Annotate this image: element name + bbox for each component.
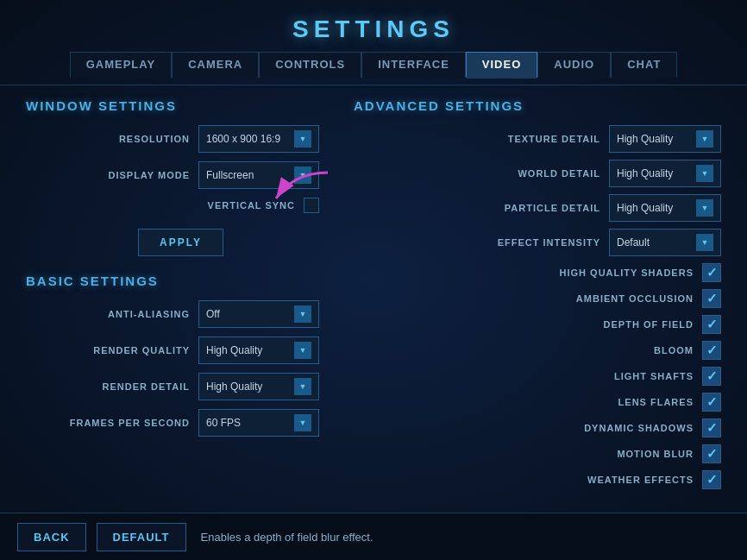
adv-checkbox-6[interactable] — [702, 418, 721, 437]
adv-checkbox-7[interactable] — [702, 444, 721, 463]
particle-detail-dropdown[interactable]: High Quality — [609, 194, 721, 222]
particle-detail-arrow-icon — [696, 199, 713, 217]
tab-audio[interactable]: AUDIO — [537, 52, 611, 78]
tab-interface[interactable]: INTERFACE — [361, 52, 466, 78]
tab-camera[interactable]: CAMERA — [172, 52, 259, 78]
anti-aliasing-dropdown[interactable]: Off — [198, 300, 319, 328]
back-button[interactable]: BACK — [17, 523, 86, 551]
render-detail-value: High Quality — [206, 381, 290, 393]
display-mode-row: DISPLAY MODE Fullscreen — [26, 161, 319, 189]
world-detail-dropdown[interactable]: High Quality — [609, 160, 721, 187]
adv-checkbox-row-4: LIGHT SHAFTS — [354, 367, 721, 386]
display-mode-value: Fullscreen — [206, 169, 290, 181]
tab-video[interactable]: VIDEO — [466, 52, 537, 78]
texture-detail-value: High Quality — [617, 133, 692, 145]
adv-checkbox-row-3: BLOOM — [354, 341, 721, 360]
adv-checkbox-row-7: MOTION BLUR — [354, 444, 721, 463]
apply-button[interactable]: APPLY — [138, 229, 223, 256]
effect-intensity-arrow-icon — [696, 234, 713, 251]
adv-checkbox-label-7: MOTION BLUR — [564, 449, 694, 459]
particle-detail-row: PARTICLE DETAIL High Quality — [354, 194, 721, 222]
render-detail-label: RENDER DETAIL — [86, 381, 190, 392]
page-title: SETTINGS — [0, 0, 747, 52]
effect-intensity-value: Default — [617, 236, 692, 249]
render-quality-dropdown[interactable]: High Quality — [198, 337, 319, 364]
display-mode-arrow-icon — [294, 167, 311, 184]
effect-intensity-row: EFFECT INTENSITY Default — [354, 229, 721, 256]
vertical-sync-checkbox[interactable] — [304, 198, 319, 213]
adv-checkbox-row-8: WEATHER EFFECTS — [354, 470, 721, 489]
resolution-label: RESOLUTION — [86, 134, 190, 144]
bottom-bar: BACK DEFAULT Enables a depth of field bl… — [0, 513, 747, 560]
adv-checkbox-0[interactable] — [702, 263, 721, 282]
tab-bar: GAMEPLAY CAMERA CONTROLS INTERFACE VIDEO… — [0, 52, 747, 85]
render-quality-label: RENDER QUALITY — [86, 345, 190, 356]
anti-aliasing-row: ANTI-ALIASING Off — [26, 300, 319, 328]
adv-checkbox-label-3: BLOOM — [564, 345, 694, 356]
world-detail-arrow-icon — [696, 165, 713, 182]
vertical-sync-row: VERTICAL SYNC — [26, 198, 319, 213]
adv-checkbox-label-1: AMBIENT OCCLUSION — [564, 293, 694, 304]
adv-checkbox-row-5: LENS FLARES — [354, 393, 721, 412]
tab-chat[interactable]: CHAT — [611, 52, 677, 78]
adv-checkbox-label-0: HIGH QUALITY SHADERS — [560, 267, 694, 278]
advanced-settings-header: ADVANCED SETTINGS — [354, 98, 721, 113]
adv-checkbox-1[interactable] — [702, 289, 721, 308]
basic-settings-header: BASIC SETTINGS — [26, 274, 319, 288]
display-mode-label: DISPLAY MODE — [86, 170, 190, 180]
texture-detail-arrow-icon — [696, 130, 713, 148]
world-detail-row: WORLD DETAIL High Quality — [354, 160, 721, 187]
render-detail-dropdown[interactable]: High Quality — [198, 373, 319, 400]
adv-checkbox-label-4: LIGHT SHAFTS — [564, 371, 694, 381]
render-quality-arrow-icon — [294, 342, 311, 359]
anti-aliasing-label: ANTI-ALIASING — [86, 309, 190, 319]
resolution-row: RESOLUTION 1600 x 900 16:9 — [26, 125, 319, 153]
adv-checkbox-2[interactable] — [702, 315, 721, 334]
adv-checkbox-row-6: DYNAMIC SHADOWS — [354, 418, 721, 437]
fps-label: FRAMES PER SECOND — [70, 418, 190, 428]
adv-checkbox-row-2: DEPTH OF FIELD — [354, 315, 721, 334]
world-detail-value: High Quality — [617, 167, 692, 179]
window-settings-header: WINDOW SETTINGS — [26, 98, 319, 113]
fps-row: FRAMES PER SECOND 60 FPS — [26, 409, 319, 437]
vertical-sync-label: VERTICAL SYNC — [191, 200, 295, 211]
resolution-arrow-icon — [294, 130, 311, 148]
adv-checkbox-row-1: AMBIENT OCCLUSION — [354, 289, 721, 308]
render-detail-row: RENDER DETAIL High Quality — [26, 373, 319, 400]
adv-checkbox-label-6: DYNAMIC SHADOWS — [564, 423, 694, 433]
anti-aliasing-value: Off — [206, 308, 290, 320]
effect-intensity-dropdown[interactable]: Default — [609, 229, 721, 256]
adv-checkbox-label-5: LENS FLARES — [564, 397, 694, 407]
tab-controls[interactable]: CONTROLS — [259, 52, 361, 78]
effect-intensity-label: EFFECT INTENSITY — [471, 237, 600, 248]
adv-checkbox-3[interactable] — [702, 341, 721, 360]
display-mode-dropdown[interactable]: Fullscreen — [198, 161, 319, 189]
default-button[interactable]: DEFAULT — [97, 523, 186, 551]
adv-checkbox-row-0: HIGH QUALITY SHADERS — [354, 263, 721, 282]
render-detail-arrow-icon — [294, 378, 311, 395]
anti-aliasing-arrow-icon — [294, 305, 311, 323]
world-detail-label: WORLD DETAIL — [471, 168, 600, 179]
render-quality-value: High Quality — [206, 344, 290, 356]
render-quality-row: RENDER QUALITY High Quality — [26, 337, 319, 364]
adv-checkbox-label-8: WEATHER EFFECTS — [564, 475, 694, 485]
hint-text: Enables a depth of field blur effect. — [201, 531, 374, 544]
fps-dropdown[interactable]: 60 FPS — [198, 409, 319, 437]
particle-detail-label: PARTICLE DETAIL — [471, 203, 600, 213]
texture-detail-label: TEXTURE DETAIL — [471, 134, 600, 144]
tab-gameplay[interactable]: GAMEPLAY — [70, 52, 172, 78]
particle-detail-value: High Quality — [617, 202, 692, 214]
adv-checkbox-5[interactable] — [702, 393, 721, 412]
texture-detail-dropdown[interactable]: High Quality — [609, 125, 721, 153]
texture-detail-row: TEXTURE DETAIL High Quality — [354, 125, 721, 153]
resolution-value: 1600 x 900 16:9 — [206, 133, 290, 145]
fps-value: 60 FPS — [206, 417, 290, 429]
adv-checkbox-4[interactable] — [702, 367, 721, 386]
fps-arrow-icon — [294, 414, 311, 431]
adv-checkbox-label-2: DEPTH OF FIELD — [564, 319, 694, 330]
resolution-dropdown[interactable]: 1600 x 900 16:9 — [198, 125, 319, 153]
adv-checkbox-8[interactable] — [702, 470, 721, 489]
